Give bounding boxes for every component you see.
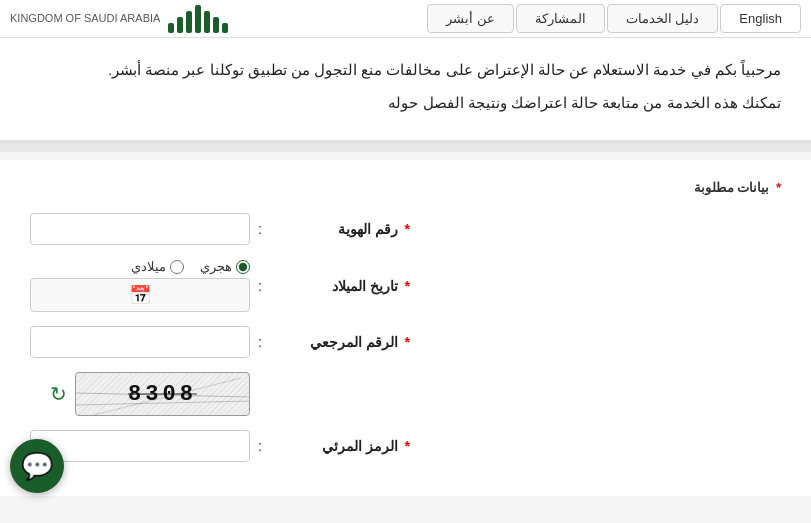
birthdate-star: * [404, 278, 409, 294]
birthdate-label: * تاريخ الميلاد [270, 278, 410, 294]
header: English دليل الخدمات المشاركة عن أبشر KI… [0, 0, 811, 38]
birthdate-row: * تاريخ الميلاد : هجري ميلادي 📅 [30, 259, 781, 312]
ref-number-input[interactable] [30, 326, 250, 358]
section-divider [0, 144, 811, 152]
required-note: * بيانات مطلوبة [30, 180, 781, 195]
logo-bar-5 [204, 11, 210, 33]
captcha-text: 8308 [128, 382, 197, 407]
symbol-colon: : [258, 438, 262, 454]
miladi-radio-label[interactable]: ميلادي [131, 259, 184, 274]
logo-bar-6 [213, 17, 219, 33]
ref-colon: : [258, 334, 262, 350]
date-input-area: هجري ميلادي 📅 [30, 259, 250, 312]
symbol-label: * الرمز المرئي [270, 438, 410, 454]
captcha-refresh-button[interactable]: ↻ [50, 382, 67, 406]
id-number-label: * رقم الهوية [270, 221, 410, 237]
ref-number-label: * الرقم المرجعي [270, 334, 410, 350]
logo-bars [168, 5, 228, 33]
ref-number-row: * الرقم المرجعي : [30, 326, 781, 358]
logo-bar-1 [168, 23, 174, 33]
tab-participation[interactable]: المشاركة [516, 4, 605, 33]
hijri-label: هجري [200, 259, 232, 274]
hijri-radio-label[interactable]: هجري [200, 259, 250, 274]
hero-section: مرحبياً بكم في خدمة الاستعلام عن حالة ال… [0, 38, 811, 144]
logo-bar-3 [186, 11, 192, 33]
id-colon: : [258, 221, 262, 237]
logo-bar-7 [222, 23, 228, 33]
radio-group: هجري ميلادي [131, 259, 250, 274]
logo-text: KINGDOM OF SAUDI ARABIA [10, 11, 160, 25]
hero-text: مرحبياً بكم في خدمة الاستعلام عن حالة ال… [30, 56, 781, 116]
id-number-input[interactable] [30, 213, 250, 245]
logo-bar-4 [195, 5, 201, 33]
tab-services-guide[interactable]: دليل الخدمات [607, 4, 719, 33]
id-star: * [404, 221, 409, 237]
logo-bar-2 [177, 17, 183, 33]
miladi-label: ميلادي [131, 259, 166, 274]
tab-about-absher[interactable]: عن أبشر [427, 4, 514, 33]
chat-button[interactable]: 💬 [10, 439, 64, 493]
hijri-radio[interactable] [236, 260, 250, 274]
calendar-icon: 📅 [129, 284, 151, 306]
calendar-button[interactable]: 📅 [30, 278, 250, 312]
birthdate-colon: : [258, 278, 262, 294]
symbol-star: * [404, 438, 409, 454]
tab-english[interactable]: English [720, 4, 801, 33]
id-number-row: * رقم الهوية : [30, 213, 781, 245]
required-label: بيانات مطلوبة [694, 180, 770, 195]
logo-area: KINGDOM OF SAUDI ARABIA [10, 5, 228, 33]
form-section: * بيانات مطلوبة * رقم الهوية : * تاريخ ا… [0, 160, 811, 496]
chat-icon: 💬 [21, 451, 53, 482]
captcha-row: 8308 ↻ [30, 372, 781, 416]
captcha-image: 8308 [75, 372, 250, 416]
captcha-area: 8308 ↻ [30, 372, 250, 416]
symbol-row: * الرمز المرئي : [30, 430, 781, 462]
miladi-radio[interactable] [170, 260, 184, 274]
hero-line2: تمكنك هذه الخدمة من متابعة حالة اعتراضك … [30, 89, 781, 116]
ref-star: * [404, 334, 409, 350]
symbol-input[interactable] [30, 430, 250, 462]
hero-line1: مرحبياً بكم في خدمة الاستعلام عن حالة ال… [30, 56, 781, 83]
nav-tabs: English دليل الخدمات المشاركة عن أبشر [427, 4, 801, 33]
required-star: * [776, 180, 781, 195]
